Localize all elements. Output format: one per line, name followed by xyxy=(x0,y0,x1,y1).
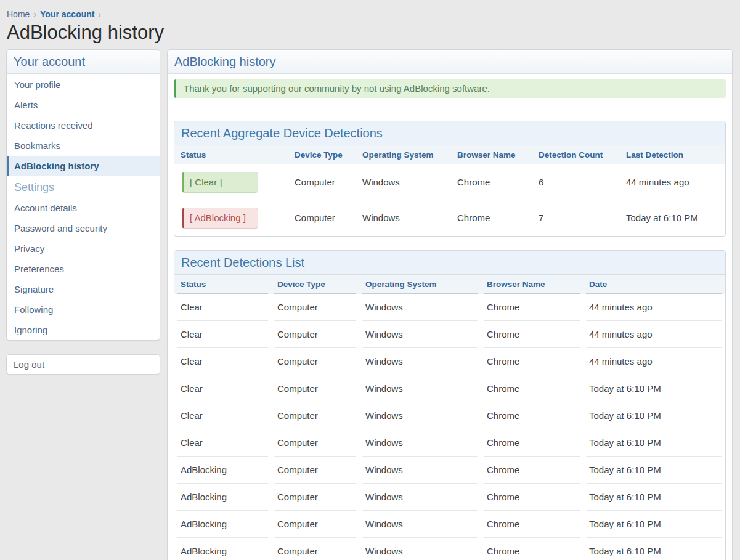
sidebar-subheading-settings: Settings xyxy=(7,176,160,198)
sidebar-item-account-details[interactable]: Account details xyxy=(7,198,160,218)
sidebar-account-block: Your account Your profileAlertsReactions… xyxy=(6,49,160,341)
status-cell: AdBlocking xyxy=(174,538,271,560)
sidebar-item-adblocking-history[interactable]: AdBlocking history xyxy=(7,156,160,176)
operating-system-cell: Windows xyxy=(359,375,481,402)
table-row: ClearComputerWindowsChrome44 minutes ago xyxy=(174,294,725,321)
column-header-status: Status xyxy=(174,275,271,294)
sidebar-item-reactions-received[interactable]: Reactions received xyxy=(7,115,160,136)
status-cell: AdBlocking xyxy=(174,484,271,511)
sidebar-item-following[interactable]: Following xyxy=(7,299,160,320)
last-detection-cell: Today at 6:10 PM xyxy=(620,200,725,236)
sidebar-item-ignoring[interactable]: Ignoring xyxy=(7,320,160,340)
column-header-operating-system: Operating System xyxy=(356,145,451,164)
breadcrumb-separator-icon: › xyxy=(94,9,105,19)
main-block-body: Thank you for supporting our community b… xyxy=(168,74,732,560)
table-row: AdBlockingComputerWindowsChromeToday at … xyxy=(174,511,725,538)
device-type-cell: Computer xyxy=(288,164,356,200)
date-cell: Today at 6:10 PM xyxy=(583,429,725,457)
status-clear-button[interactable]: [ Clear ] xyxy=(182,172,258,193)
column-header-last-detection: Last Detection xyxy=(620,145,725,164)
date-cell: Today at 6:10 PM xyxy=(583,375,725,402)
column-header-date: Date xyxy=(583,275,725,294)
operating-system-cell: Windows xyxy=(356,200,451,236)
column-header-detection-count: Detection Count xyxy=(532,145,620,164)
device-type-cell: Computer xyxy=(271,457,359,484)
table-row: AdBlockingComputerWindowsChromeToday at … xyxy=(174,457,725,484)
browser-name-cell: Chrome xyxy=(481,484,583,511)
browser-name-cell: Chrome xyxy=(481,429,583,457)
detections-list-table: StatusDevice TypeOperating SystemBrowser… xyxy=(174,275,725,560)
table-row: [ Clear ]ComputerWindowsChrome644 minute… xyxy=(174,164,725,200)
breadcrumb-your-account-link[interactable]: Your account xyxy=(40,9,94,19)
browser-name-cell: Chrome xyxy=(481,294,583,321)
browser-name-cell: Chrome xyxy=(481,348,583,375)
page-title: AdBlocking history xyxy=(7,22,732,43)
browser-name-cell: Chrome xyxy=(481,538,583,560)
device-type-cell: Computer xyxy=(271,538,359,560)
browser-name-cell: Chrome xyxy=(481,402,583,429)
device-type-cell: Computer xyxy=(271,348,359,375)
status-cell: Clear xyxy=(174,348,271,375)
sidebar: Your account Your profileAlertsReactions… xyxy=(6,49,160,375)
date-cell: Today at 6:10 PM xyxy=(583,457,725,484)
sidebar-block-title: Your account xyxy=(7,50,160,74)
breadcrumb: Home›Your account› xyxy=(7,9,732,19)
adblocking-history-block: AdBlocking history Thank you for support… xyxy=(167,49,733,560)
browser-name-cell: Chrome xyxy=(451,164,532,200)
operating-system-cell: Windows xyxy=(359,348,481,375)
device-type-cell: Computer xyxy=(271,511,359,538)
date-cell: Today at 6:10 PM xyxy=(583,538,725,560)
page: Home›Your account› AdBlocking history Yo… xyxy=(0,0,740,560)
column-header-browser-name: Browser Name xyxy=(481,275,583,294)
status-cell: Clear xyxy=(174,375,271,402)
device-type-cell: Computer xyxy=(271,321,359,348)
sidebar-item-bookmarks[interactable]: Bookmarks xyxy=(7,136,160,156)
detections-list-section: Recent Detections List StatusDevice Type… xyxy=(174,250,726,560)
table-row: ClearComputerWindowsChromeToday at 6:10 … xyxy=(174,375,725,402)
sidebar-item-privacy[interactable]: Privacy xyxy=(7,238,160,259)
browser-name-cell: Chrome xyxy=(481,457,583,484)
table-row: AdBlockingComputerWindowsChromeToday at … xyxy=(174,484,725,511)
browser-name-cell: Chrome xyxy=(481,511,583,538)
operating-system-cell: Windows xyxy=(359,457,481,484)
column-header-device-type: Device Type xyxy=(271,275,359,294)
status-cell: AdBlocking xyxy=(174,457,271,484)
operating-system-cell: Windows xyxy=(359,511,481,538)
main-column: AdBlocking history Thank you for support… xyxy=(167,49,733,560)
sidebar-item-signature[interactable]: Signature xyxy=(7,279,160,299)
date-cell: 44 minutes ago xyxy=(583,321,725,348)
sidebar-item-alerts[interactable]: Alerts xyxy=(7,95,160,115)
browser-name-cell: Chrome xyxy=(451,200,532,236)
sidebar-item-log-out[interactable]: Log out xyxy=(7,355,160,374)
device-type-cell: Computer xyxy=(271,402,359,429)
breadcrumb-home-link[interactable]: Home xyxy=(7,9,30,19)
column-header-operating-system: Operating System xyxy=(359,275,481,294)
content-columns: Your account Your profileAlertsReactions… xyxy=(6,49,733,560)
thank-you-notice: Thank you for supporting our community b… xyxy=(174,79,726,98)
detection-count-cell: 6 xyxy=(532,164,620,200)
device-type-cell: Computer xyxy=(271,484,359,511)
status-cell: [ AdBlocking ] xyxy=(174,200,288,236)
detections-section-title: Recent Detections List xyxy=(174,251,725,275)
sidebar-item-password-and-security[interactable]: Password and security xyxy=(7,218,160,238)
device-type-cell: Computer xyxy=(271,375,359,402)
aggregate-detections-table: StatusDevice TypeOperating SystemBrowser… xyxy=(174,145,725,236)
aggregate-detections-section: Recent Aggregate Device Detections Statu… xyxy=(174,121,726,237)
operating-system-cell: Windows xyxy=(359,402,481,429)
status-cell: [ Clear ] xyxy=(174,164,288,200)
date-cell: Today at 6:10 PM xyxy=(583,402,725,429)
column-header-device-type: Device Type xyxy=(288,145,356,164)
status-adblocking-button[interactable]: [ AdBlocking ] xyxy=(182,208,258,229)
operating-system-cell: Windows xyxy=(356,164,451,200)
column-header-browser-name: Browser Name xyxy=(451,145,532,164)
main-block-title: AdBlocking history xyxy=(168,50,732,74)
sidebar-item-your-profile[interactable]: Your profile xyxy=(7,75,160,95)
status-cell: Clear xyxy=(174,429,271,457)
aggregate-section-title: Recent Aggregate Device Detections xyxy=(174,121,725,145)
sidebar-item-preferences[interactable]: Preferences xyxy=(7,259,160,279)
date-cell: 44 minutes ago xyxy=(583,348,725,375)
table-row: ClearComputerWindowsChromeToday at 6:10 … xyxy=(174,402,725,429)
operating-system-cell: Windows xyxy=(359,321,481,348)
status-cell: AdBlocking xyxy=(174,511,271,538)
status-cell: Clear xyxy=(174,321,271,348)
